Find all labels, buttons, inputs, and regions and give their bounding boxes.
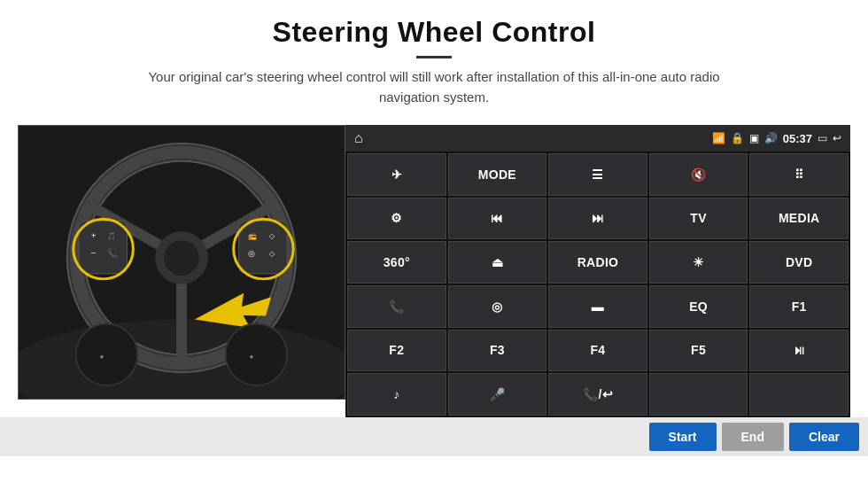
headunit-panel: ⌂ 📶 🔒 ▣ 🔊 05:37 ▭ ↩ ✈MODE☰🔇⠿⚙⏮⏭TVMEDIA36… — [345, 125, 850, 417]
headunit-button-b22[interactable]: F3 — [448, 330, 547, 372]
button-grid: ✈MODE☰🔇⠿⚙⏮⏭TVMEDIA360°⏏RADIO☀DVD📞◎▬EQF1F… — [345, 152, 850, 417]
bottom-bar: Start End Clear — [0, 417, 868, 456]
title-divider — [416, 56, 452, 58]
status-bar-right: 📶 🔒 ▣ 🔊 05:37 ▭ ↩ — [712, 132, 841, 145]
page-header: Steering Wheel Control Your original car… — [0, 0, 868, 116]
headunit-button-b29[interactable] — [649, 373, 748, 416]
svg-rect-15 — [239, 221, 288, 274]
headunit-button-b30[interactable] — [749, 373, 849, 416]
page-title: Steering Wheel Control — [18, 16, 850, 49]
headunit-button-b23[interactable]: F4 — [548, 330, 647, 372]
headunit-button-b24[interactable]: F5 — [649, 330, 748, 372]
headunit-button-b25[interactable]: ⏯ — [749, 330, 849, 372]
headunit-button-b1[interactable]: ✈ — [347, 153, 446, 196]
headunit-button-b14[interactable]: ☀ — [649, 241, 748, 284]
svg-text:◎: ◎ — [248, 249, 255, 258]
headunit-button-b4[interactable]: 🔇 — [649, 153, 748, 196]
svg-text:◇: ◇ — [269, 250, 275, 258]
headunit-button-b27[interactable]: 🎤 — [448, 373, 547, 416]
svg-point-22 — [76, 324, 138, 386]
wifi-icon: 📶 — [712, 132, 725, 144]
clear-button[interactable]: Clear — [789, 423, 859, 451]
headunit-button-b13[interactable]: RADIO — [548, 241, 647, 284]
audio-icon: 🔊 — [764, 132, 778, 144]
headunit-button-b26[interactable]: ♪ — [347, 373, 446, 416]
svg-point-9 — [164, 240, 199, 276]
headunit-button-b7[interactable]: ⏮ — [448, 198, 547, 240]
headunit-button-b5[interactable]: ⠿ — [749, 153, 849, 196]
back-icon[interactable]: ↩ — [833, 132, 841, 144]
home-icon[interactable]: ⌂ — [354, 130, 363, 146]
svg-text:+: + — [91, 230, 97, 240]
content-area: + 🎵 − 📞 📻 ◇ ◎ ◇ — [18, 125, 850, 417]
svg-rect-10 — [79, 221, 128, 274]
page-subtitle: Your original car's steering wheel contr… — [124, 67, 744, 107]
headunit-button-b18[interactable]: ▬ — [548, 285, 647, 328]
headunit-button-b19[interactable]: EQ — [649, 285, 748, 328]
svg-text:●: ● — [250, 353, 254, 361]
svg-text:◇: ◇ — [269, 232, 275, 240]
headunit-button-b20[interactable]: F1 — [749, 285, 849, 328]
svg-text:●: ● — [100, 353, 105, 361]
headunit-button-b2[interactable]: MODE — [448, 153, 547, 196]
headunit-button-b9[interactable]: TV — [649, 198, 748, 240]
headunit-button-b28[interactable]: 📞/↩ — [548, 373, 647, 416]
headunit-button-b15[interactable]: DVD — [749, 241, 849, 284]
headunit-button-b12[interactable]: ⏏ — [448, 241, 547, 284]
sim-icon: ▣ — [749, 132, 759, 144]
svg-text:−: − — [91, 248, 97, 258]
svg-text:📻: 📻 — [248, 231, 257, 240]
svg-text:📞: 📞 — [107, 247, 119, 259]
window-icon: ▭ — [818, 132, 827, 144]
headunit-button-b10[interactable]: MEDIA — [749, 198, 849, 240]
steering-wheel-image: + 🎵 − 📞 📻 ◇ ◎ ◇ — [18, 125, 345, 400]
headunit-button-b21[interactable]: F2 — [347, 330, 446, 372]
end-button[interactable]: End — [722, 423, 784, 451]
start-button[interactable]: Start — [649, 423, 717, 451]
lock-icon: 🔒 — [731, 132, 744, 144]
headunit-button-b3[interactable]: ☰ — [548, 153, 647, 196]
svg-point-23 — [226, 324, 288, 386]
headunit-button-b16[interactable]: 📞 — [347, 285, 446, 328]
headunit-button-b17[interactable]: ◎ — [448, 285, 547, 328]
status-bar: ⌂ 📶 🔒 ▣ 🔊 05:37 ▭ ↩ — [345, 125, 850, 152]
svg-text:🎵: 🎵 — [107, 231, 116, 240]
headunit-button-b11[interactable]: 360° — [347, 241, 446, 284]
headunit-button-b8[interactable]: ⏭ — [548, 198, 647, 240]
headunit-button-b6[interactable]: ⚙ — [347, 198, 446, 240]
status-time: 05:37 — [783, 132, 812, 145]
